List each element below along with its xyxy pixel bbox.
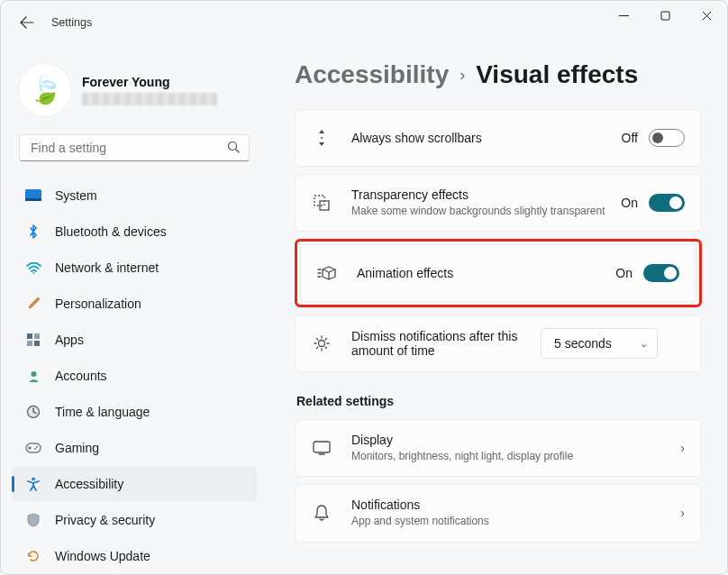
nav-item-apps[interactable]: Apps: [12, 323, 257, 357]
svg-point-15: [321, 137, 323, 139]
profile-name: Forever Young: [82, 75, 217, 89]
system-icon: [24, 187, 42, 205]
row-desc: App and system notifications: [351, 514, 680, 528]
nav-label: Network & internet: [55, 260, 159, 275]
breadcrumb-parent[interactable]: Accessibility: [295, 60, 449, 89]
svg-point-18: [319, 341, 325, 347]
sidebar: 🍃 Forever Young System Bluetooth & devic…: [1, 44, 268, 574]
maximize-button[interactable]: [644, 1, 686, 30]
bell-icon: [312, 504, 332, 522]
row-desc: Monitors, brightness, night light, displ…: [351, 449, 680, 463]
svg-rect-8: [34, 341, 40, 346]
setting-row-transparency: Transparency effects Make some window ba…: [295, 174, 702, 232]
minimize-icon: [619, 11, 629, 21]
nav-item-personalization[interactable]: Personalization: [12, 287, 257, 321]
animation-toggle[interactable]: [643, 264, 679, 282]
clock-icon: [24, 403, 42, 421]
back-button[interactable]: [19, 14, 35, 31]
maximize-icon: [660, 11, 670, 21]
page-title: Visual effects: [476, 60, 638, 89]
chevron-down-icon: ⌄: [640, 338, 648, 350]
wifi-icon: [24, 259, 42, 277]
highlight-animation-effects: Animation effects On: [295, 239, 702, 307]
svg-point-13: [34, 448, 36, 450]
toggle-state-label: On: [615, 266, 632, 280]
search-box[interactable]: [19, 134, 250, 161]
nav-label: System: [55, 188, 97, 203]
dismiss-time-dropdown[interactable]: 5 seconds ⌄: [541, 328, 658, 359]
toggle-state-label: Off: [622, 131, 638, 145]
shield-icon: [24, 511, 42, 529]
chevron-right-icon: ›: [460, 66, 465, 85]
animation-icon: [317, 265, 337, 281]
row-title: Notifications: [351, 497, 680, 512]
svg-point-14: [32, 478, 35, 481]
setting-row-dismiss: Dismiss notifications after this amount …: [295, 315, 702, 372]
apps-icon: [24, 331, 42, 349]
minimize-button[interactable]: [603, 1, 644, 30]
related-row-notifications[interactable]: Notifications App and system notificatio…: [295, 484, 702, 542]
setting-row-scrollbars: Always show scrollbars Off: [295, 109, 702, 167]
transparency-toggle[interactable]: [649, 194, 685, 212]
nav-label: Gaming: [55, 441, 99, 455]
nav-label: Accessibility: [55, 477, 123, 491]
nav-item-bluetooth[interactable]: Bluetooth & devices: [12, 214, 257, 249]
scrollbars-toggle[interactable]: [649, 129, 685, 147]
nav-label: Windows Update: [55, 549, 150, 563]
window-title: Settings: [51, 16, 92, 29]
person-icon: [24, 367, 42, 385]
scrollbar-icon: [312, 128, 332, 148]
nav-label: Accounts: [55, 369, 107, 383]
chevron-right-icon: ›: [680, 506, 685, 520]
row-title: Always show scrollbars: [351, 131, 622, 145]
svg-rect-7: [27, 341, 32, 346]
row-title: Dismiss notifications after this amount …: [351, 329, 541, 358]
nav-item-time[interactable]: Time & language: [12, 395, 257, 429]
nav-list: System Bluetooth & devices Network & int…: [8, 178, 260, 574]
transparency-icon: [312, 194, 332, 212]
row-title: Display: [351, 433, 680, 447]
nav-label: Bluetooth & devices: [55, 224, 167, 239]
row-title: Animation effects: [357, 266, 615, 280]
nav-item-update[interactable]: Windows Update: [12, 539, 257, 573]
close-button[interactable]: [686, 1, 727, 30]
nav-item-gaming[interactable]: Gaming: [12, 431, 257, 465]
nav-label: Privacy & security: [55, 513, 155, 527]
related-row-display[interactable]: Display Monitors, brightness, night ligh…: [295, 419, 702, 477]
back-arrow-icon: [20, 16, 34, 29]
nav-item-system[interactable]: System: [12, 178, 257, 213]
content-pane: Accessibility › Visual effects Always sh…: [268, 44, 727, 574]
update-icon: [24, 547, 42, 565]
svg-rect-0: [661, 12, 669, 20]
chevron-right-icon: ›: [680, 441, 685, 455]
search-icon: [227, 141, 240, 156]
row-desc: Make some window backgrounds slightly tr…: [351, 204, 621, 218]
svg-point-12: [36, 446, 38, 448]
profile-block[interactable]: 🍃 Forever Young: [8, 57, 260, 127]
profile-email-redacted: [82, 93, 217, 105]
row-title: Transparency effects: [351, 187, 621, 202]
nav-item-accounts[interactable]: Accounts: [12, 359, 257, 393]
dropdown-value: 5 seconds: [554, 336, 612, 351]
nav-item-accessibility[interactable]: Accessibility: [12, 467, 257, 501]
svg-point-4: [32, 272, 34, 274]
accessibility-icon: [24, 475, 42, 493]
display-icon: [312, 441, 332, 455]
brush-icon: [24, 295, 42, 313]
nav-label: Time & language: [55, 405, 150, 419]
svg-rect-5: [27, 333, 32, 339]
svg-rect-3: [25, 198, 41, 201]
breadcrumb: Accessibility › Visual effects: [295, 60, 702, 89]
close-icon: [702, 11, 712, 21]
toggle-state-label: On: [621, 196, 638, 210]
svg-rect-6: [34, 333, 40, 339]
related-settings-heading: Related settings: [296, 394, 702, 408]
svg-rect-19: [314, 442, 330, 452]
nav-item-network[interactable]: Network & internet: [12, 251, 257, 285]
nav-label: Personalization: [55, 297, 141, 311]
avatar: 🍃: [19, 64, 71, 116]
search-input[interactable]: [29, 140, 227, 156]
bluetooth-icon: [24, 223, 42, 241]
nav-item-privacy[interactable]: Privacy & security: [12, 503, 257, 537]
svg-point-9: [31, 371, 36, 377]
